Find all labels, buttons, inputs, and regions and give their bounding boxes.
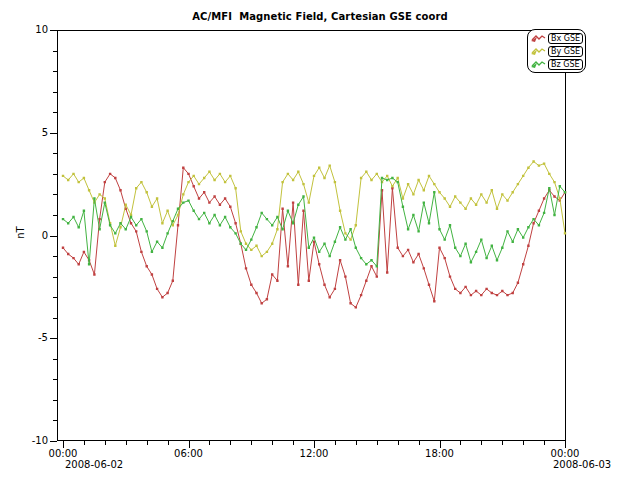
y-tick-label: 5 — [20, 127, 48, 139]
legend-line-sample-icon — [531, 46, 546, 56]
y-tick-label: 10 — [20, 24, 48, 36]
y-tick-label: -5 — [20, 332, 48, 344]
x-tick-label: 06:00 — [167, 448, 211, 460]
legend-label: Bz GSE — [548, 59, 583, 70]
legend-line-sample-icon — [531, 33, 546, 43]
series-line-bz — [63, 178, 565, 266]
x-date-label: 2008-06-02 — [65, 459, 123, 471]
legend-entry: By GSE — [531, 45, 583, 57]
chart: AC/MFI Magnetic Field, Cartesian GSE coo… — [0, 0, 640, 480]
legend-label: Bx GSE — [548, 33, 583, 44]
x-date-label: 2008-06-03 — [553, 459, 611, 471]
y-tick-label: -10 — [20, 435, 48, 447]
series-markers-bz — [62, 177, 566, 268]
x-tick-label: 12:00 — [292, 448, 336, 460]
x-tick-label: 18:00 — [418, 448, 462, 460]
legend-label: By GSE — [548, 46, 583, 57]
y-tick-label: 0 — [20, 230, 48, 242]
legend-entry: Bx GSE — [531, 32, 583, 44]
legend-line-sample-icon — [531, 59, 546, 69]
plot-frame — [58, 31, 566, 441]
legend: Bx GSEBy GSEBz GSE — [527, 29, 586, 73]
legend-entry: Bz GSE — [531, 58, 583, 70]
